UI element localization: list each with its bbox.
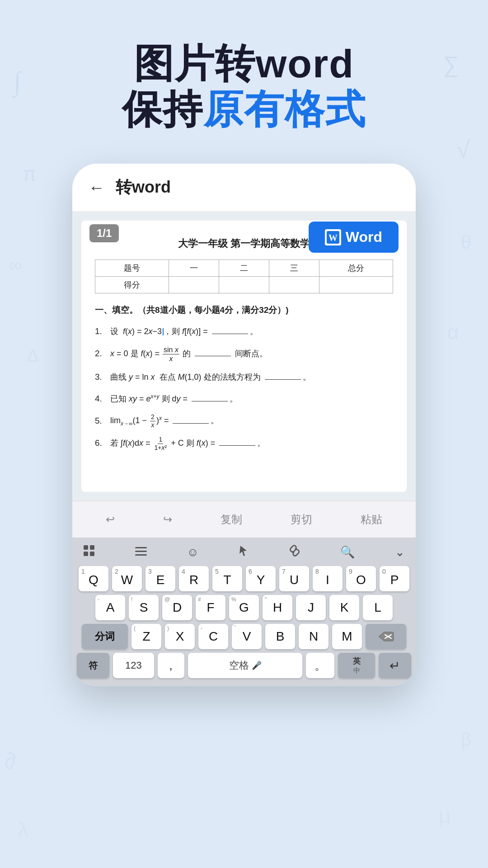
word-button[interactable]: W Word [309,222,399,253]
key-d[interactable]: @D [162,595,192,620]
keyboard-row-1: 1Q 2W 3E 4R 5T 6Y 7U 8I 9O 0P [77,566,411,591]
svg-rect-18 [135,547,147,548]
score-table: 题号 一 二 三 总分 得分 [95,259,393,293]
kb-grid-icon[interactable] [79,543,99,561]
key-m[interactable]: M [332,624,362,649]
phone-wrapper: ← 转word 1/1 W Word 大学一年级 第一学期高等数学 [0,164,488,686]
table-header-3: 三 [269,260,319,277]
key-comma[interactable]: ， [158,653,185,678]
word-label: Word [346,229,382,245]
key-num123[interactable]: 123 [113,653,154,678]
paste-button[interactable]: 粘贴 [353,509,389,529]
svg-rect-14 [84,545,88,550]
kb-dots-icon[interactable] [131,543,151,561]
key-t[interactable]: 5T [212,566,242,591]
word-icon: W [325,229,341,245]
table-header-1: 一 [169,260,219,277]
kb-chevron-icon[interactable]: ⌄ [390,543,409,561]
table-cell-2 [219,277,269,293]
phone-mockup: ← 转word 1/1 W Word 大学一年级 第一学期高等数学 [72,164,416,686]
hero-prefix: 保持 [122,87,203,132]
table-header-4: 总分 [319,260,393,277]
redo-button[interactable]: ↪ [156,510,179,528]
key-h[interactable]: "H [263,595,292,620]
table-header-0: 题号 [95,260,169,277]
key-enter[interactable]: ↵ [379,653,411,678]
key-delete[interactable] [366,624,406,649]
key-e[interactable]: 3E [145,566,175,591]
table-header-2: 二 [219,260,269,277]
kb-link-icon[interactable] [284,543,305,561]
key-g[interactable]: %G [229,595,259,620]
kb-emoji-icon[interactable]: ☺ [182,543,203,561]
kb-search-icon[interactable]: 🔍 [336,543,359,561]
kb-cursor-icon[interactable] [234,543,253,561]
math-item-2: 2. x = 0 是 f(x) = sin xx 的 间断点。 [95,345,393,363]
key-period[interactable]: 。 [306,653,334,678]
math-section: 一、填空。（共8道小题，每小题4分，满分32分）) 1. 设 f(x) = 2x… [95,302,393,451]
svg-rect-19 [135,551,147,552]
edit-toolbar: ↩ ↪ 复制 剪切 粘贴 [72,501,416,538]
key-z[interactable]: (Z [131,624,161,649]
svg-rect-15 [90,545,94,550]
hero-blue-text: 原有格式 [203,87,366,132]
key-s[interactable]: !S [129,595,159,620]
key-b[interactable]: B [265,624,295,649]
key-fenci[interactable]: 分词 [82,624,128,649]
key-a[interactable]: -A [95,595,125,620]
mic-icon: 🎤 [252,660,262,670]
key-k[interactable]: K [329,595,359,620]
key-space[interactable]: 空格 🎤 [188,653,302,678]
svg-text:μ: μ [438,803,451,827]
key-v[interactable]: ‾V [232,624,262,649]
key-i[interactable]: 8I [313,566,343,591]
keyboard-row-4: 符 123 ， 空格 🎤 。 英 中 ↵ [77,653,411,678]
keyboard-row-2: -A !S @D #F %G "H J K L [77,595,411,620]
svg-text:W: W [328,233,338,243]
text-cursor [163,328,164,335]
key-l[interactable]: L [363,595,393,620]
svg-text:∂: ∂ [5,748,16,774]
svg-rect-20 [135,554,147,556]
table-cell-4 [319,277,393,293]
math-item-5: 5. limx→∞(1 − 2x)x = 。 [95,413,393,429]
svg-text:β: β [461,730,471,750]
key-r[interactable]: 4R [179,566,209,591]
svg-line-21 [293,549,296,552]
key-u[interactable]: 7U [279,566,309,591]
document-page: 大学一年级 第一学期高等数学 题号 一 二 三 总分 得分 [81,221,407,492]
app-header: ← 转word [72,164,416,212]
key-w[interactable]: 2W [112,566,142,591]
svg-rect-17 [90,552,94,556]
keyboard-row-3: 分词 (Z )X -C ‾V B N M [77,624,411,649]
key-p[interactable]: 0P [380,566,409,591]
document-area: 1/1 W Word 大学一年级 第一学期高等数学 题号 一 [72,212,416,501]
math-item-6: 6. 若 ∫f(x)dx = 11+x² + C 则 f(x) = 。 [95,435,393,452]
key-j[interactable]: J [296,595,326,620]
back-button[interactable]: ← [89,178,105,197]
page-badge: 1/1 [89,224,119,242]
section-title: 一、填空。（共8道小题，每小题4分，满分32分）) [95,302,393,318]
key-lang[interactable]: 英 中 [338,653,375,678]
app-title: 转word [116,176,171,198]
key-o[interactable]: 9O [346,566,376,591]
key-n[interactable]: N [299,624,328,649]
hero-line2: 保持原有格式 [27,86,461,132]
keyboard-top-row: ☺ 🔍 ⌄ [77,543,411,561]
table-cell-3 [269,277,319,293]
copy-button[interactable]: 复制 [213,509,249,529]
undo-button[interactable]: ↩ [99,510,122,528]
math-item-4: 4. 已知 xy = ex+y 则 dy = 。 [95,391,393,406]
key-x[interactable]: )X [165,624,195,649]
cut-button[interactable]: 剪切 [283,509,319,529]
key-sym[interactable]: 符 [77,653,109,678]
svg-text:λ: λ [18,818,28,841]
key-c[interactable]: -C [198,624,228,649]
math-item-3: 3. 曲线 y = ln x 在点 M(1,0) 处的法线方程为 。 [95,369,393,385]
hero-section: 图片转word 保持原有格式 [0,0,488,155]
svg-rect-16 [84,552,88,556]
key-q[interactable]: 1Q [79,566,108,591]
table-row-label: 得分 [95,277,169,293]
key-y[interactable]: 6Y [246,566,276,591]
key-f[interactable]: #F [196,595,225,620]
